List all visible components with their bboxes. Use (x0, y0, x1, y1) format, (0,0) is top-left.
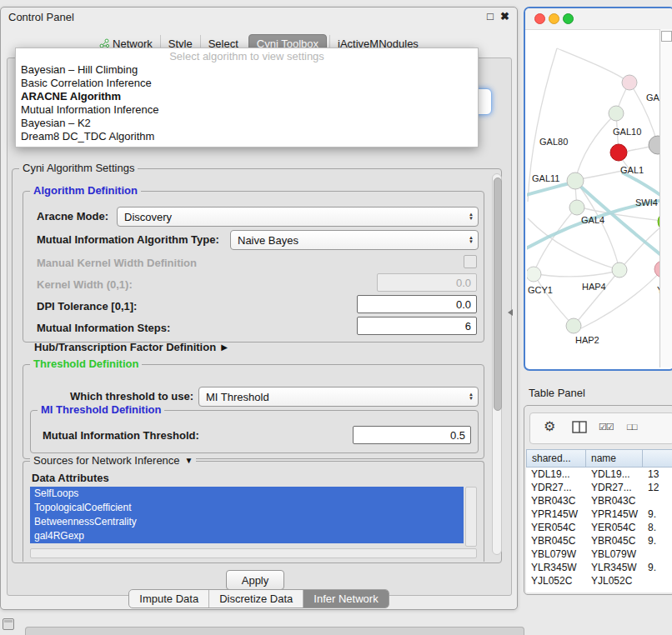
network-view-titlebar (525, 8, 672, 30)
attribute-item[interactable]: gal4RGexp (30, 529, 464, 543)
network-node[interactable] (567, 172, 584, 189)
manual-kernel-label: Manual Kernel Width Definition (37, 257, 197, 269)
mi-threshold-input[interactable] (353, 426, 471, 444)
tab-discretize-data[interactable]: Discretize Data (208, 590, 303, 608)
hub-definition-toggle[interactable]: Hub/Transcription Factor Definition ▶ (34, 341, 228, 353)
table-cell: YDL19... (526, 468, 586, 481)
dropdown-placeholder: Select algorithm to view settings (16, 50, 478, 63)
table-row[interactable]: YLR345WYLR345W9. (526, 561, 672, 574)
algorithm-option[interactable]: Bayesian – K2 (16, 117, 478, 130)
apply-button[interactable]: Apply (226, 570, 284, 590)
bottom-tabs: Impute Data Discretize Data Infer Networ… (1, 589, 517, 608)
which-threshold-label: Which threshold to use: (70, 390, 193, 402)
table-cell: YLR345W (526, 561, 586, 574)
algorithm-option[interactable]: Bayesian – Hill Climbing (16, 63, 478, 77)
kernel-width-label: Kernel Width (0,1): (37, 278, 133, 291)
attribute-item[interactable]: TopologicalCoefficient (30, 501, 464, 515)
mi-threshold-label: Mutual Information Threshold: (43, 429, 199, 442)
stepper-icon: ▲▼ (464, 212, 478, 221)
columns-icon[interactable] (572, 421, 587, 433)
algorithm-option[interactable]: ARACNE Algorithm (16, 90, 478, 103)
mi-type-select[interactable]: Naive Bayes ▲▼ (230, 230, 479, 250)
aracne-mode-select[interactable]: Discovery ▲▼ (117, 207, 479, 227)
attributes-horizontal-scrollbar[interactable] (30, 548, 477, 558)
table-cell: 8. (643, 521, 672, 534)
column-header[interactable] (643, 449, 672, 468)
node-label: GAL80 (539, 137, 568, 147)
attribute-item[interactable]: SelfLoops (30, 487, 464, 501)
desktop: Control Panel □ ✖ Network Style Select (0, 0, 672, 635)
close-traffic-light[interactable] (534, 13, 545, 24)
cyni-algorithm-settings-group: Cyni Algorithm Settings Algorithm Defini… (12, 168, 502, 563)
scrollbar-button[interactable] (661, 31, 672, 42)
bottom-window-edge (25, 627, 524, 635)
network-node[interactable] (569, 200, 584, 215)
splitter-handle[interactable] (508, 309, 513, 316)
network-node[interactable] (609, 106, 624, 121)
column-header[interactable]: name (586, 449, 643, 468)
table-row[interactable]: YBR045CYBR045C9. (526, 534, 672, 548)
algorithm-option[interactable]: Basic Correlation Inference (16, 77, 478, 90)
table-row[interactable]: YER054CYER054C8. (526, 521, 672, 534)
expand-arrow-icon[interactable]: ▼ (185, 456, 193, 465)
algorithm-option[interactable]: Mutual Information Inference (16, 103, 478, 117)
network-node[interactable] (566, 318, 581, 333)
which-threshold-select[interactable]: MI Threshold ▲▼ (198, 387, 479, 407)
table-row[interactable]: YDR27...YDR27...12 (526, 481, 672, 494)
table-cell: 9. (643, 534, 672, 548)
zoom-traffic-light[interactable] (563, 13, 574, 24)
table-row[interactable]: YJL052CYJL052C (526, 574, 672, 588)
tab-infer-network[interactable]: Infer Network (303, 590, 388, 608)
panel-dock-icon[interactable] (3, 618, 14, 630)
column-header[interactable]: shared... (526, 449, 586, 468)
attribute-item[interactable]: BetweennessCentrality (30, 515, 464, 529)
sources-title-text: Sources for Network Inference (33, 454, 180, 467)
table-body: YDL19...YDL19...13YDR27...YDR27...12YBR0… (526, 468, 672, 592)
network-node[interactable] (610, 144, 627, 161)
node-label: GAL11 (532, 173, 559, 183)
table-cell: YBR045C (526, 534, 586, 548)
network-canvas[interactable]: GALGAL80GAL10GAL11GAL1SWI4GAL4GCY1HAP4YH… (527, 30, 661, 369)
table-row[interactable]: YBL079WYBL079W (526, 548, 672, 561)
minimize-traffic-light[interactable] (549, 13, 559, 24)
node-label: GAL10 (613, 127, 641, 137)
network-node[interactable] (612, 262, 627, 278)
settings-scrollbar-thumb[interactable] (494, 178, 502, 411)
group-title: Threshold Definition (30, 358, 142, 370)
algorithm-dropdown-list: Bayesian – Hill ClimbingBasic Correlatio… (16, 63, 478, 143)
network-scrollbar[interactable] (659, 29, 672, 368)
tab-impute-data[interactable]: Impute Data (129, 590, 208, 608)
stepper-icon: ▲▼ (464, 236, 478, 244)
network-node[interactable] (527, 267, 541, 282)
table-cell: YBR043C (526, 494, 586, 508)
data-attributes-list: SelfLoopsTopologicalCoefficientBetweenne… (30, 487, 464, 545)
network-node[interactable] (622, 75, 637, 90)
aracne-mode-value: Discovery (118, 211, 464, 223)
algorithm-definition-group: Algorithm Definition Aracne Mode: Discov… (23, 191, 484, 342)
table-header: shared...name (526, 449, 672, 468)
which-threshold-value: MI Threshold (199, 391, 464, 403)
select-all-icon[interactable]: ☑☑ (599, 422, 614, 432)
group-title: Algorithm Definition (30, 184, 141, 197)
settings-scrollbar[interactable] (492, 173, 502, 555)
node-label: GCY1 (528, 285, 553, 295)
mi-steps-input[interactable] (357, 317, 477, 335)
node-label: GAL4 (581, 215, 604, 225)
stepper-icon: ▲▼ (464, 392, 478, 401)
gear-icon[interactable]: ⚙ (544, 418, 555, 434)
float-window-icon[interactable]: □ (487, 10, 494, 23)
table-cell: YBL079W (526, 548, 586, 561)
group-title: MI Threshold Definition (38, 403, 164, 416)
table-cell: 9. (643, 561, 672, 574)
close-window-icon[interactable]: ✖ (500, 10, 509, 23)
deselect-all-icon[interactable]: □□ (627, 422, 636, 432)
table-cell (643, 548, 672, 561)
algorithm-option[interactable]: Dream8 DC_TDC Algorithm (16, 130, 478, 143)
sources-title: Sources for Network Inference ▼ (30, 454, 196, 467)
table-row[interactable]: YBR043CYBR043C (526, 494, 672, 508)
table-row[interactable]: YDL19...YDL19...13 (526, 468, 672, 481)
attributes-vertical-scrollbar[interactable] (465, 487, 477, 547)
table-cell: 9. (643, 508, 672, 521)
table-row[interactable]: YPR145WYPR145W9. (526, 508, 672, 521)
dpi-tolerance-input[interactable] (357, 295, 477, 313)
